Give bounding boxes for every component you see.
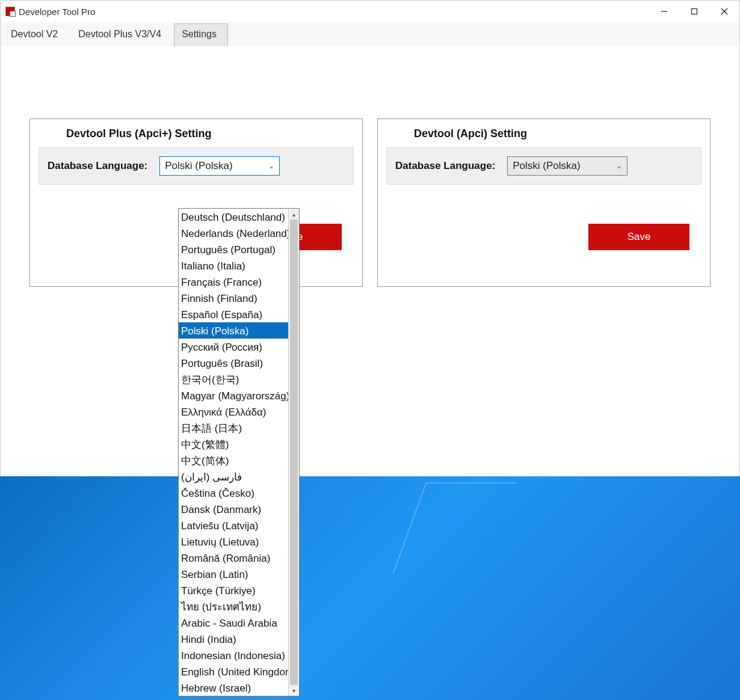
dropdown-item[interactable]: Français (France) bbox=[179, 274, 288, 290]
panel-right-save-button[interactable]: Save bbox=[588, 224, 689, 250]
chevron-down-icon: ⌄ bbox=[268, 162, 274, 170]
panel-right-language-combo[interactable]: Polski (Polska) ⌄ bbox=[507, 156, 627, 176]
dropdown-item[interactable]: Nederlands (Nederland) bbox=[179, 225, 288, 241]
dropdown-item[interactable]: Italiano (Italia) bbox=[179, 257, 288, 274]
tab-settings[interactable]: Settings bbox=[174, 23, 228, 46]
desktop-background bbox=[0, 476, 740, 700]
panel-right-field: Database Language: Polski (Polska) ⌄ bbox=[386, 147, 701, 185]
panel-devtool: Devtool (Apci) Setting Database Language… bbox=[377, 118, 711, 287]
dropdown-item[interactable]: Čeština (Česko) bbox=[179, 485, 288, 501]
scroll-up-arrow-icon[interactable]: ▴ bbox=[289, 209, 299, 220]
dropdown-item[interactable]: 한국어(한국) bbox=[179, 371, 288, 387]
panel-left-field-label: Database Language: bbox=[48, 160, 147, 172]
dropdown-item[interactable]: Arabic - Saudi Arabia bbox=[179, 615, 288, 631]
panel-right-combo-value: Polski (Polska) bbox=[513, 160, 580, 172]
panel-devtool-title: Devtool (Apci) Setting bbox=[378, 119, 710, 145]
settings-tab-content: Devtool Plus (Apci+) Setting Database La… bbox=[1, 46, 739, 476]
dropdown-item[interactable]: Hebrew (Israel) bbox=[179, 680, 288, 696]
dropdown-item[interactable]: Ελληνικά (Ελλάδα) bbox=[179, 404, 288, 420]
window-controls bbox=[649, 2, 739, 21]
dropdown-item[interactable]: فارسی (ایران) bbox=[179, 468, 288, 485]
close-icon bbox=[721, 8, 728, 15]
dropdown-item[interactable]: Hindi (India) bbox=[179, 631, 288, 647]
app-icon bbox=[5, 7, 15, 16]
dropdown-scrollbar[interactable]: ▴ ▾ bbox=[288, 209, 299, 696]
dropdown-item[interactable]: Finnish (Finland) bbox=[179, 290, 288, 306]
dropdown-item[interactable]: Serbian (Latin) bbox=[179, 566, 288, 582]
language-dropdown-list[interactable]: Deutsch (Deutschland)Nederlands (Nederla… bbox=[178, 208, 300, 696]
dropdown-item[interactable]: ไทย (ประเทศไทย) bbox=[179, 598, 288, 615]
close-button[interactable] bbox=[709, 2, 739, 21]
chevron-down-icon: ⌄ bbox=[616, 162, 622, 170]
dropdown-item[interactable]: Polski (Polska) bbox=[179, 322, 288, 339]
dropdown-items-container: Deutsch (Deutschland)Nederlands (Nederla… bbox=[179, 209, 288, 696]
dropdown-item[interactable]: Español (España) bbox=[179, 306, 288, 322]
window-title: Developer Tool Pro bbox=[19, 7, 95, 17]
dropdown-item[interactable]: Magyar (Magyarország) bbox=[179, 387, 288, 404]
scroll-down-arrow-icon[interactable]: ▾ bbox=[289, 685, 299, 696]
dropdown-item[interactable]: Türkçe (Türkiye) bbox=[179, 582, 288, 598]
dropdown-item[interactable]: Português (Brasil) bbox=[179, 355, 288, 371]
titlebar-left: Developer Tool Pro bbox=[5, 7, 95, 17]
panel-right-field-label: Database Language: bbox=[395, 160, 495, 172]
dropdown-item[interactable]: Português (Portugal) bbox=[179, 241, 288, 257]
dropdown-item[interactable]: Deutsch (Deutschland) bbox=[179, 209, 288, 225]
panel-devtool-plus-title: Devtool Plus (Apci+) Setting bbox=[30, 119, 362, 145]
tab-devtool-v2[interactable]: Devtool V2 bbox=[3, 23, 69, 46]
dropdown-item[interactable]: English (United Kingdom) bbox=[179, 663, 288, 680]
dropdown-item[interactable]: Indonesian (Indonesia) bbox=[179, 647, 288, 663]
titlebar: Developer Tool Pro bbox=[1, 1, 739, 22]
panel-left-combo-value: Polski (Polska) bbox=[165, 160, 232, 172]
panel-left-field: Database Language: Polski (Polska) ⌄ bbox=[39, 147, 354, 185]
dropdown-item[interactable]: Latviešu (Latvija) bbox=[179, 517, 288, 533]
panels-row: Devtool Plus (Apci+) Setting Database La… bbox=[1, 46, 739, 287]
tab-bar: Devtool V2 Devtool Plus V3/V4 Settings bbox=[1, 22, 739, 46]
dropdown-item[interactable]: 日本語 (日本) bbox=[179, 420, 288, 436]
dropdown-item[interactable]: Русский (Россия) bbox=[179, 339, 288, 355]
app-window: Developer Tool Pro Devtool V2 Devtool Pl… bbox=[0, 0, 740, 476]
dropdown-item[interactable]: Lietuvių (Lietuva) bbox=[179, 533, 288, 550]
scroll-thumb[interactable] bbox=[290, 220, 298, 685]
minimize-button[interactable] bbox=[649, 2, 679, 21]
minimize-icon bbox=[661, 8, 668, 15]
dropdown-item[interactable]: 中文(简体) bbox=[179, 452, 288, 468]
dropdown-item[interactable]: 中文(繁體) bbox=[179, 436, 288, 452]
svg-rect-1 bbox=[692, 9, 697, 14]
panel-left-language-combo[interactable]: Polski (Polska) ⌄ bbox=[159, 156, 280, 176]
dropdown-item[interactable]: Dansk (Danmark) bbox=[179, 501, 288, 517]
maximize-icon bbox=[691, 8, 698, 15]
dropdown-item[interactable]: Română (România) bbox=[179, 550, 288, 566]
tab-devtool-plus[interactable]: Devtool Plus V3/V4 bbox=[70, 23, 173, 46]
maximize-button[interactable] bbox=[679, 2, 709, 21]
